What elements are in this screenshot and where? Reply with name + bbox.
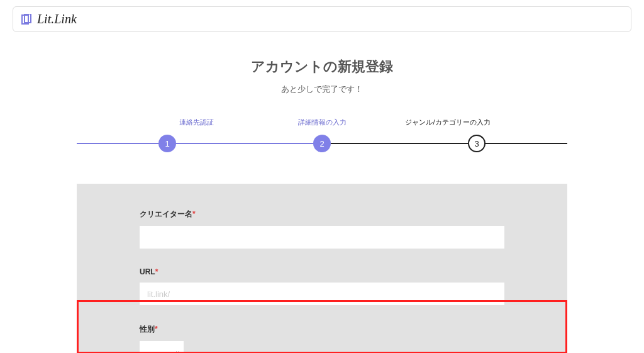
creator-name-input[interactable] — [140, 226, 504, 249]
required-mark: * — [155, 325, 158, 333]
page-subtitle: あと少しで完了です！ — [77, 84, 567, 95]
logo-icon — [21, 14, 32, 25]
step-circle-3: 3 — [468, 135, 486, 152]
progress-label-3: ジャンル/カテゴリーの入力 — [385, 118, 511, 127]
form-group-gender: 性別* ⌄ — [140, 324, 504, 353]
url-input[interactable] — [140, 283, 504, 305]
creator-name-label: クリエイター名* — [140, 209, 504, 220]
logo-text: Lit.Link — [37, 12, 77, 26]
gender-label: 性別* — [140, 324, 504, 335]
page-title: アカウントの新規登録 — [77, 57, 567, 76]
progress-label-2: 詳細情報の入力 — [259, 118, 385, 127]
gender-select-wrapper: ⌄ — [140, 341, 184, 353]
form-panel: クリエイター名* URL* 性別* ⌄ — [77, 184, 567, 353]
progress-labels: 連絡先認証 詳細情報の入力 ジャンル/カテゴリーの入力 — [77, 118, 567, 127]
main-content: アカウントの新規登録 あと少しで完了です！ 連絡先認証 詳細情報の入力 ジャンル… — [64, 57, 580, 353]
step-circle-1: 1 — [158, 135, 176, 152]
progress-container: 連絡先認証 詳細情報の入力 ジャンル/カテゴリーの入力 1 2 3 — [77, 118, 567, 152]
progress-label-1: 連絡先認証 — [133, 118, 259, 127]
creator-name-label-text: クリエイター名 — [140, 210, 192, 218]
header-bar: Lit.Link — [13, 6, 631, 32]
url-label-text: URL — [140, 267, 155, 276]
required-mark: * — [192, 210, 196, 218]
progress-track: 1 2 3 — [77, 135, 567, 152]
form-group-creator-name: クリエイター名* — [140, 209, 504, 249]
required-mark: * — [155, 267, 158, 276]
url-label: URL* — [140, 267, 504, 276]
progress-steps: 1 2 3 — [77, 135, 567, 152]
gender-label-text: 性別 — [140, 325, 155, 333]
gender-select[interactable] — [140, 341, 184, 353]
form-group-url: URL* — [140, 267, 504, 305]
step-circle-2: 2 — [313, 135, 331, 152]
